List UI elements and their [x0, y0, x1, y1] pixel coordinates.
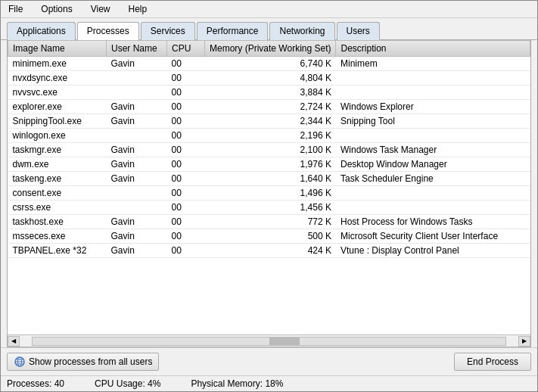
- table-row[interactable]: minimem.exe Gavin 00 6,740 K Minimem: [8, 57, 530, 71]
- table-row[interactable]: TBPANEL.exe *32 Gavin 00 424 K Vtune : D…: [8, 244, 530, 258]
- menu-help[interactable]: Help: [124, 2, 152, 16]
- cell-user: Gavin: [107, 157, 167, 172]
- cell-cpu: 00: [167, 71, 205, 86]
- show-all-label: Show processes from all users: [29, 356, 152, 367]
- table-row[interactable]: nvxdsync.exe 00 4,804 K: [8, 71, 530, 86]
- table-row[interactable]: SnippingTool.exe Gavin 00 2,344 K Snippi…: [8, 114, 530, 129]
- tab-applications[interactable]: Applications: [7, 22, 76, 40]
- col-header-memory[interactable]: Memory (Private Working Set): [205, 41, 336, 57]
- scrollbar-thumb[interactable]: [269, 338, 300, 345]
- cell-cpu: 00: [167, 143, 205, 157]
- cell-cpu: 00: [167, 129, 205, 143]
- table-row[interactable]: dwm.exe Gavin 00 1,976 K Desktop Window …: [8, 157, 530, 172]
- cell-cpu: 00: [167, 114, 205, 129]
- cell-image: TBPANEL.exe *32: [8, 244, 107, 258]
- status-cpu: CPU Usage: 4%: [95, 378, 160, 389]
- cell-user: Gavin: [107, 229, 167, 244]
- status-memory: Physical Memory: 18%: [191, 378, 283, 389]
- bottom-bar: Show processes from all users End Proces…: [1, 347, 537, 375]
- cell-user: [107, 71, 167, 86]
- cell-user: Gavin: [107, 215, 167, 229]
- process-table: Image Name User Name CPU Memory (Private…: [8, 40, 530, 258]
- tab-performance[interactable]: Performance: [197, 22, 269, 40]
- table-row[interactable]: nvvsvc.exe 00 3,884 K: [8, 86, 530, 100]
- table-row[interactable]: taskhost.exe Gavin 00 772 K Host Process…: [8, 215, 530, 229]
- cell-image: dwm.exe: [8, 157, 107, 172]
- status-processes: Processes: 40: [7, 378, 64, 389]
- cell-description: Microsoft Security Client User Interface: [336, 229, 530, 244]
- cell-description: Desktop Window Manager: [336, 157, 530, 172]
- cell-image: taskeng.exe: [8, 172, 107, 186]
- cell-description: Windows Explorer: [336, 100, 530, 114]
- tab-services[interactable]: Services: [141, 22, 195, 40]
- col-header-user[interactable]: User Name: [107, 41, 167, 57]
- tab-bar: Applications Processes Services Performa…: [1, 18, 537, 40]
- cell-memory: 1,640 K: [205, 172, 336, 186]
- cell-image: consent.exe: [8, 186, 107, 201]
- table-row[interactable]: winlogon.exe 00 2,196 K: [8, 129, 530, 143]
- cell-memory: 424 K: [205, 244, 336, 258]
- cell-image: csrss.exe: [8, 201, 107, 215]
- scroll-left-btn[interactable]: ◀: [8, 336, 20, 347]
- tab-networking[interactable]: Networking: [269, 22, 334, 40]
- cell-user: Gavin: [107, 143, 167, 157]
- cell-description: [336, 86, 530, 100]
- table-row[interactable]: taskeng.exe Gavin 00 1,640 K Task Schedu…: [8, 172, 530, 186]
- globe-icon: [14, 356, 26, 368]
- content-area: Image Name User Name CPU Memory (Private…: [7, 40, 531, 347]
- cell-image: taskmgr.exe: [8, 143, 107, 157]
- table-row[interactable]: taskmgr.exe Gavin 00 2,100 K Windows Tas…: [8, 143, 530, 157]
- table-row[interactable]: explorer.exe Gavin 00 2,724 K Windows Ex…: [8, 100, 530, 114]
- show-all-users-button[interactable]: Show processes from all users: [7, 353, 159, 371]
- cell-cpu: 00: [167, 157, 205, 172]
- cell-memory: 1,456 K: [205, 201, 336, 215]
- cell-image: nvxdsync.exe: [8, 71, 107, 86]
- cell-description: Snipping Tool: [336, 114, 530, 129]
- cell-cpu: 00: [167, 172, 205, 186]
- cell-description: Windows Task Manager: [336, 143, 530, 157]
- cell-memory: 2,724 K: [205, 100, 336, 114]
- table-row[interactable]: consent.exe 00 1,496 K: [8, 186, 530, 201]
- cell-image: nvvsvc.exe: [8, 86, 107, 100]
- col-header-description[interactable]: Description: [336, 41, 530, 57]
- menu-file[interactable]: File: [4, 2, 27, 16]
- cell-cpu: 00: [167, 229, 205, 244]
- cell-cpu: 00: [167, 100, 205, 114]
- cell-user: [107, 201, 167, 215]
- col-header-image[interactable]: Image Name: [8, 41, 107, 57]
- menu-options[interactable]: Options: [36, 2, 76, 16]
- cell-image: SnippingTool.exe: [8, 114, 107, 129]
- menu-bar: File Options View Help: [1, 1, 537, 18]
- cell-memory: 2,344 K: [205, 114, 336, 129]
- table-row[interactable]: msseces.exe Gavin 00 500 K Microsoft Sec…: [8, 229, 530, 244]
- cell-user: Gavin: [107, 172, 167, 186]
- cell-cpu: 00: [167, 186, 205, 201]
- cell-image: winlogon.exe: [8, 129, 107, 143]
- tab-processes[interactable]: Processes: [77, 22, 139, 40]
- cell-description: Task Scheduler Engine: [336, 172, 530, 186]
- menu-view[interactable]: View: [86, 2, 115, 16]
- cell-description: Host Process for Windows Tasks: [336, 215, 530, 229]
- cell-user: Gavin: [107, 244, 167, 258]
- cell-description: Minimem: [336, 57, 530, 71]
- table-row[interactable]: csrss.exe 00 1,456 K: [8, 201, 530, 215]
- cell-cpu: 00: [167, 86, 205, 100]
- cell-description: [336, 71, 530, 86]
- scroll-right-btn[interactable]: ▶: [518, 336, 530, 347]
- cell-image: explorer.exe: [8, 100, 107, 114]
- col-header-cpu[interactable]: CPU: [167, 41, 205, 57]
- cell-user: [107, 186, 167, 201]
- cell-memory: 1,976 K: [205, 157, 336, 172]
- process-table-container[interactable]: Image Name User Name CPU Memory (Private…: [8, 40, 530, 334]
- cell-memory: 1,496 K: [205, 186, 336, 201]
- status-bar: Processes: 40 CPU Usage: 4% Physical Mem…: [1, 375, 537, 391]
- cell-memory: 2,100 K: [205, 143, 336, 157]
- tab-users[interactable]: Users: [337, 22, 380, 40]
- cell-memory: 2,196 K: [205, 129, 336, 143]
- end-process-button[interactable]: End Process: [454, 353, 531, 371]
- cell-memory: 772 K: [205, 215, 336, 229]
- cell-memory: 500 K: [205, 229, 336, 244]
- horizontal-scrollbar[interactable]: ◀ ▶: [8, 334, 530, 347]
- cell-cpu: 00: [167, 244, 205, 258]
- scrollbar-track[interactable]: [32, 337, 506, 346]
